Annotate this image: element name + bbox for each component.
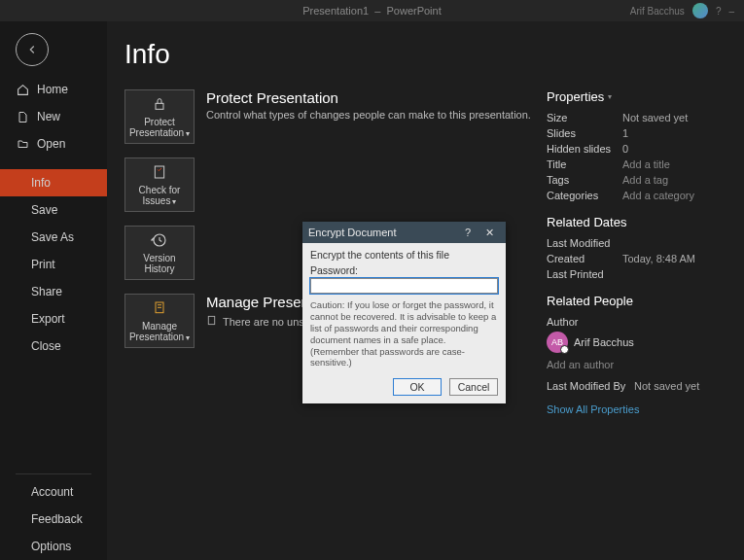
sidebar-item-label: Close [31,339,61,353]
sidebar-item-label: Print [31,258,55,271]
encrypt-document-dialog: Encrypt Document ? ✕ Encrypt the content… [302,222,506,403]
svg-rect-4 [208,316,214,324]
sidebar-item-label: Share [31,285,62,298]
cancel-button[interactable]: Cancel [449,378,498,396]
history-icon [151,231,168,251]
sidebar-item-export[interactable]: Export [0,305,107,332]
sidebar-item-label: Open [37,137,65,151]
dialog-subtitle: Encrypt the contents of this file [310,249,498,261]
home-icon [16,83,29,96]
user-name-label: Arif Bacchus [630,6,685,17]
chevron-down-icon: ▾ [172,197,176,206]
related-dates-header: Related Dates [547,215,722,229]
help-icon[interactable]: ? [716,6,722,17]
prop-row-slides: Slides1 [547,127,722,139]
prop-row-author: Author [547,316,722,328]
window-min-icon[interactable]: – [728,6,734,17]
title-bar: Presentation1 – PowerPoint Arif Bacchus … [0,0,744,21]
tile-label: Version History [143,253,175,274]
chevron-down-icon: ▾ [186,333,190,342]
sidebar-item-label: Export [31,312,65,326]
prop-row-hidden: Hidden slides0 [547,143,722,155]
show-all-properties-link[interactable]: Show All Properties [547,403,722,415]
svg-rect-1 [155,166,163,178]
prop-row-tags[interactable]: TagsAdd a tag [547,174,722,186]
doc-title: Presentation1 – PowerPoint [302,5,442,17]
password-label: Password: [310,264,498,276]
sidebar-item-label: Save [31,203,57,217]
open-icon [16,137,29,151]
protect-desc: Control what types of changes people can… [206,109,531,121]
dialog-title: Encrypt Document [308,227,396,238]
lock-icon [152,95,167,115]
sidebar-item-save-as[interactable]: Save As [0,224,107,251]
author-entry[interactable]: AB Arif Bacchus [547,332,722,353]
related-people-header: Related People [547,294,722,308]
sidebar-item-home[interactable]: Home [0,76,107,103]
sidebar-item-save[interactable]: Save [0,196,107,224]
prop-row-lastmodby: Last Modified ByNot saved yet [547,380,722,392]
svg-rect-0 [156,103,163,109]
version-history-tile[interactable]: Version History [124,226,195,280]
sidebar-item-new[interactable]: New [0,103,107,130]
author-name: Arif Bacchus [574,336,634,348]
prop-row-created: CreatedToday, 8:48 AM [547,253,722,264]
user-avatar[interactable] [692,3,708,18]
backstage-sidebar: Home New Open Info Save Save As Print Sh… [0,21,107,560]
sidebar-item-account[interactable]: Account [0,478,107,506]
password-input[interactable] [310,278,498,294]
properties-header[interactable]: Properties ▾ [547,89,722,104]
prop-row-lastmod: Last Modified [547,237,722,249]
ok-button[interactable]: OK [393,378,442,396]
back-button[interactable] [16,33,49,66]
sidebar-item-share[interactable]: Share [0,278,107,305]
page-title: Info [124,39,744,70]
sidebar-item-label: Options [31,540,71,553]
document-icon [206,314,217,329]
manage-presentation-tile[interactable]: Manage Presentation▾ [124,294,195,348]
dialog-titlebar[interactable]: Encrypt Document ? ✕ [302,222,506,243]
sidebar-item-label: New [37,110,60,123]
sidebar-item-open[interactable]: Open [0,130,107,158]
prop-row-title[interactable]: TitleAdd a title [547,158,722,170]
sidebar-item-label: Save As [31,230,74,244]
add-author-link[interactable]: Add an author [547,359,722,370]
protect-heading: Protect Presentation [206,89,531,106]
author-avatar: AB [547,332,568,353]
protect-presentation-tile[interactable]: Protect Presentation▾ [124,89,195,144]
check-issues-icon [152,163,167,183]
prop-row-categories[interactable]: CategoriesAdd a category [547,190,722,201]
chevron-down-icon: ▾ [608,92,612,101]
sidebar-item-label: Feedback [31,512,83,526]
sidebar-item-label: Home [37,83,68,96]
sidebar-item-label: Account [31,485,73,499]
sidebar-item-label: Info [31,176,51,190]
sidebar-item-info[interactable]: Info [0,169,107,196]
chevron-down-icon: ▾ [186,129,190,138]
tile-label: Manage Presentation [129,321,184,342]
sidebar-item-feedback[interactable]: Feedback [0,506,107,533]
dialog-close-button[interactable]: ✕ [478,227,500,239]
sidebar-item-options[interactable]: Options [0,533,107,560]
tile-label: Protect Presentation [129,117,184,138]
prop-row-size: SizeNot saved yet [547,112,722,123]
new-icon [16,110,29,123]
dialog-caution-text: Caution: If you lose or forget the passw… [310,299,498,368]
manage-icon [152,299,167,319]
sidebar-item-close[interactable]: Close [0,332,107,360]
sidebar-item-print[interactable]: Print [0,251,107,278]
dialog-help-button[interactable]: ? [457,227,478,238]
check-issues-tile[interactable]: Check for Issues▾ [124,158,195,212]
prop-row-lastprinted: Last Printed [547,268,722,280]
